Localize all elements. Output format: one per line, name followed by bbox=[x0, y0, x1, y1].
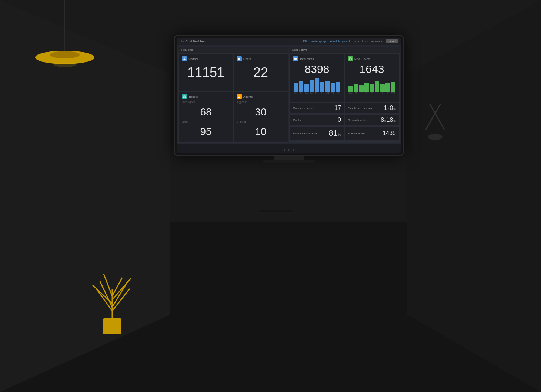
agents-card: Agents logged in 30 chatting 10 bbox=[234, 92, 288, 142]
new-tickets-value: 1643 bbox=[348, 63, 396, 76]
solved-tickets-card: Solved tickets 1435 bbox=[345, 127, 399, 140]
svg-point-24 bbox=[428, 134, 443, 140]
logged-in-label: Logged in as: bbox=[353, 40, 368, 43]
resolution-minutes-unit: m bbox=[393, 119, 396, 123]
app-title: LiveChat Dashboard bbox=[180, 40, 208, 43]
tickets-header: Tickets bbox=[182, 94, 230, 99]
x-label: Fri bbox=[299, 92, 303, 94]
x-label: T-1 bbox=[331, 92, 335, 94]
svg-rect-20 bbox=[259, 210, 293, 212]
svg-point-6 bbox=[35, 51, 94, 64]
filter-groups-link[interactable]: Filter data for groups bbox=[303, 40, 327, 43]
resolution-time-value: 8 h 18 m bbox=[381, 117, 396, 123]
top-bar-right: Filter data for groups About the project… bbox=[303, 39, 398, 43]
svg-rect-31 bbox=[294, 58, 297, 60]
svg-rect-32 bbox=[349, 58, 351, 60]
monitor: LiveChat Dashboard Filter data for group… bbox=[174, 35, 404, 163]
last7days-panel: Last 7 days bbox=[289, 47, 400, 143]
svg-point-30 bbox=[239, 96, 240, 97]
tickets-unassigned-value: 68 bbox=[182, 104, 230, 120]
first-time-response-label: First time response bbox=[348, 107, 373, 110]
agents-icon bbox=[237, 94, 242, 99]
visitors-card: Visitors 11151 bbox=[179, 54, 233, 91]
dot bbox=[284, 149, 285, 151]
chart-bar bbox=[375, 81, 379, 92]
svg-line-13 bbox=[112, 281, 128, 307]
about-project-link[interactable]: About the project bbox=[330, 40, 350, 43]
monitor-stand bbox=[274, 156, 304, 160]
new-tickets-header: New Tickets bbox=[348, 56, 396, 61]
svg-point-8 bbox=[54, 63, 76, 67]
total-chats-chart bbox=[293, 77, 341, 92]
chart-bar bbox=[325, 81, 330, 92]
new-tickets-card: New Tickets 1643 bbox=[345, 54, 399, 102]
realtime-panel: Real time Visitors bbox=[178, 47, 288, 143]
last7days-header: Last 7 days bbox=[289, 47, 400, 53]
dot bbox=[288, 149, 290, 151]
resolution-hours-unit: h bbox=[384, 119, 386, 123]
total-chats-x-labels: Tue Fri Sat Sun M-1 T-1 W-1 T-1 F-1 bbox=[293, 92, 341, 94]
x-label: Sat bbox=[304, 92, 308, 94]
svg-rect-9 bbox=[103, 318, 121, 334]
chart-bar bbox=[385, 83, 390, 92]
chart-bar bbox=[331, 83, 335, 92]
solved-tickets-value: 1435 bbox=[383, 130, 396, 137]
new-tickets-label: New Tickets bbox=[354, 57, 370, 61]
new-tickets-icon bbox=[348, 56, 353, 61]
agents-sublabel-chatting: chatting bbox=[237, 120, 285, 123]
svg-line-15 bbox=[93, 285, 112, 304]
x-label: F-1 bbox=[336, 92, 340, 94]
visitor-satisfaction-card: Visitor satisfaction 81% bbox=[290, 127, 344, 140]
chats-label: Chats bbox=[243, 57, 251, 61]
svg-marker-1 bbox=[0, 222, 541, 392]
chats-icon bbox=[237, 56, 242, 61]
x-label: M bbox=[354, 92, 358, 94]
x-label: T bbox=[359, 92, 363, 94]
svg-line-14 bbox=[112, 289, 130, 311]
last7days-metrics: Total chats 8398 bbox=[289, 53, 400, 141]
resolution-time-card: Resolution time 8 h 18 m bbox=[345, 115, 399, 125]
svg-marker-3 bbox=[407, 0, 541, 392]
top-charts-row: Total chats 8398 bbox=[290, 54, 399, 102]
tickets-sublabel-open: open bbox=[182, 120, 230, 123]
resolution-minutes: 18 bbox=[387, 117, 393, 123]
total-chats-icon bbox=[293, 56, 298, 61]
svg-line-11 bbox=[96, 289, 112, 311]
bottom-stats: Queued visitors 17 First time response 1… bbox=[290, 103, 399, 141]
dashboard-content: Real time Visitors bbox=[177, 45, 401, 144]
svg-line-23 bbox=[426, 104, 441, 130]
new-tickets-chart bbox=[348, 77, 396, 92]
monitor-screen: LiveChat Dashboard Filter data for group… bbox=[177, 38, 401, 153]
first-time-response-card: First time response 1 h 0 m bbox=[345, 103, 399, 113]
dot bbox=[293, 149, 294, 151]
resolution-time-label: Resolution time bbox=[348, 118, 368, 122]
first-time-response-time: 1 h 0 m bbox=[384, 105, 396, 111]
tickets-card: Tickets unassigned 68 open 95 bbox=[179, 92, 233, 142]
visitors-header: Visitors bbox=[182, 56, 230, 61]
first-time-hours: 1 bbox=[384, 105, 387, 111]
chart-bar bbox=[299, 81, 303, 92]
total-chats-label: Total chats bbox=[300, 57, 314, 61]
visitors-value: 11151 bbox=[182, 63, 230, 82]
top-bar: LiveChat Dashboard Filter data for group… bbox=[177, 38, 401, 45]
svg-line-22 bbox=[430, 104, 444, 130]
chart-bar bbox=[348, 86, 353, 92]
agents-label: Agents bbox=[243, 95, 253, 98]
svg-rect-27 bbox=[183, 96, 186, 98]
tickets-icon bbox=[182, 94, 187, 99]
x-label: T bbox=[370, 92, 374, 94]
visitor-satisfaction-label: Visitor satisfaction bbox=[293, 132, 317, 135]
chart-bar bbox=[370, 84, 374, 92]
agents-sublabel-logged: logged in bbox=[237, 101, 285, 103]
x-label: Tue bbox=[294, 92, 298, 94]
goals-label: Goals bbox=[293, 118, 301, 122]
chart-bar bbox=[310, 80, 314, 92]
svg-line-16 bbox=[112, 278, 131, 300]
x-label: S bbox=[385, 92, 390, 94]
x-label: WPR bbox=[391, 92, 395, 94]
x-label: T-1 bbox=[320, 92, 324, 94]
total-chats-value: 8398 bbox=[293, 63, 341, 76]
x-label: Sun bbox=[310, 92, 314, 94]
logout-button[interactable]: Logout bbox=[386, 39, 398, 43]
svg-point-25 bbox=[184, 58, 185, 59]
